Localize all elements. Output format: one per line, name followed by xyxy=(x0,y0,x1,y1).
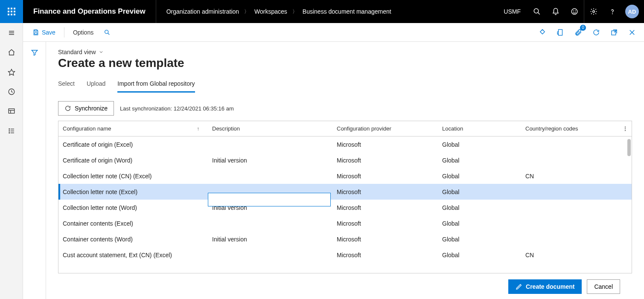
svg-rect-34 xyxy=(559,29,562,35)
cell: Certificate of origin (Word) xyxy=(58,157,208,164)
create-document-button[interactable]: Create document xyxy=(508,279,582,294)
view-selector[interactable]: Standard view xyxy=(58,49,632,55)
cell: Initial version xyxy=(208,236,332,243)
table-row[interactable]: Collection letter note (Word)Initial ver… xyxy=(58,200,632,215)
svg-point-11 xyxy=(571,9,577,15)
notifications-button[interactable] xyxy=(546,0,565,23)
action-bar: Save Options 0 xyxy=(23,23,644,42)
cell: Container contents (Excel) xyxy=(58,220,208,227)
svg-rect-7 xyxy=(11,14,12,15)
search-icon xyxy=(104,29,111,36)
help-icon xyxy=(609,8,616,15)
star-icon xyxy=(8,68,15,76)
search-icon xyxy=(533,8,541,15)
svg-line-37 xyxy=(557,34,558,34)
svg-rect-8 xyxy=(14,14,15,15)
tab-select[interactable]: Select xyxy=(58,78,75,93)
grid-options-button[interactable] xyxy=(619,126,632,132)
cell: Initial version xyxy=(208,204,332,211)
nav-modules[interactable] xyxy=(0,121,23,141)
cell: Global xyxy=(438,220,521,227)
nav-home[interactable] xyxy=(0,43,23,62)
cell: Global xyxy=(438,173,521,180)
table-row[interactable]: Collection letter note (CN) (Excel)Micro… xyxy=(58,168,632,184)
table-row[interactable]: Collection letter note (Excel)MicrosoftG… xyxy=(58,184,632,200)
attachments-button[interactable]: 0 xyxy=(572,26,584,38)
last-sync-text: Last synchronization: 12/24/2021 06:35:1… xyxy=(120,105,234,112)
search-button[interactable] xyxy=(527,0,546,23)
table-row[interactable]: Certificate of origin (Excel)MicrosoftGl… xyxy=(58,136,632,152)
app-launcher-button[interactable] xyxy=(0,0,23,23)
popout-button[interactable] xyxy=(608,26,620,38)
refresh-button[interactable] xyxy=(590,26,602,38)
svg-rect-30 xyxy=(35,30,37,31)
breadcrumb-item[interactable]: Organization administration xyxy=(166,8,239,15)
cell: CN xyxy=(521,173,606,180)
tab-upload[interactable]: Upload xyxy=(87,78,105,93)
sort-ascending-icon: ↑ xyxy=(197,126,204,132)
synchronize-button[interactable]: Synchronize xyxy=(58,101,114,116)
svg-point-32 xyxy=(105,30,108,33)
col-country-region-codes[interactable]: Country/region codes xyxy=(521,121,606,136)
company-label[interactable]: USMF xyxy=(497,8,527,15)
feedback-button[interactable] xyxy=(565,0,584,23)
chevron-right-icon: 〉 xyxy=(244,8,249,15)
action-search-button[interactable] xyxy=(100,26,114,39)
svg-rect-2 xyxy=(14,8,15,9)
col-configuration-name[interactable]: Configuration name ↑ xyxy=(58,121,208,136)
table-row[interactable]: Cust account statement, Ext (CN) (Excel)… xyxy=(58,247,632,263)
refresh-icon xyxy=(592,29,600,36)
cancel-button[interactable]: Cancel xyxy=(587,279,620,294)
funnel-icon xyxy=(31,49,38,56)
save-label: Save xyxy=(42,29,55,36)
close-button[interactable] xyxy=(626,26,638,38)
attachment-count-badge: 0 xyxy=(580,25,586,31)
options-label: Options xyxy=(73,29,93,36)
cell: Global xyxy=(438,204,521,211)
svg-point-41 xyxy=(625,126,626,127)
table-row[interactable]: Certificate of origin (Word)Initial vers… xyxy=(58,152,632,168)
save-button[interactable]: Save xyxy=(29,26,59,39)
filter-pane-toggle[interactable] xyxy=(23,42,46,299)
list-icon xyxy=(8,127,15,135)
cell: Cust account statement, Ext (CN) (Excel) xyxy=(58,252,208,258)
open-in-office-button[interactable] xyxy=(554,26,566,38)
svg-point-12 xyxy=(573,11,574,11)
options-button[interactable]: Options xyxy=(70,26,97,39)
pin-button[interactable] xyxy=(536,26,548,38)
cell: Microsoft xyxy=(332,189,438,195)
tab-import-global[interactable]: Import from Global repository xyxy=(117,78,195,93)
cell: Microsoft xyxy=(332,252,438,258)
svg-marker-19 xyxy=(8,69,15,75)
more-vertical-icon xyxy=(622,126,628,132)
nav-workspaces[interactable] xyxy=(0,102,23,121)
breadcrumb-item[interactable]: Workspaces xyxy=(254,8,287,15)
nav-favorites[interactable] xyxy=(0,62,23,82)
settings-button[interactable] xyxy=(584,0,603,23)
svg-rect-1 xyxy=(11,8,12,9)
svg-rect-0 xyxy=(8,8,9,9)
scrollbar-thumb[interactable] xyxy=(627,139,631,156)
cell: Microsoft xyxy=(332,220,438,227)
left-rail xyxy=(0,23,23,299)
col-location[interactable]: Location xyxy=(438,121,521,136)
workspace-icon xyxy=(8,107,15,115)
svg-rect-6 xyxy=(8,14,9,15)
avatar[interactable]: AD xyxy=(625,5,639,18)
breadcrumb-item[interactable]: Business document management xyxy=(303,8,391,15)
nav-recent[interactable] xyxy=(0,82,23,102)
col-configuration-provider[interactable]: Configuration provider xyxy=(332,121,438,136)
divider xyxy=(64,27,64,38)
help-button[interactable] xyxy=(603,0,622,23)
table-row[interactable]: Container contents (Excel)MicrosoftGloba… xyxy=(58,215,632,231)
nav-toggle-button[interactable] xyxy=(0,23,23,43)
col-description[interactable]: Description xyxy=(208,121,332,136)
page-title: Create a new template xyxy=(58,56,632,70)
grid-body[interactable]: Certificate of origin (Excel)MicrosoftGl… xyxy=(58,136,632,273)
view-label: Standard view xyxy=(58,49,96,55)
footer-actions: Create document Cancel xyxy=(58,273,632,294)
table-row[interactable]: Container contents (Word)Initial version… xyxy=(58,231,632,247)
save-icon xyxy=(32,29,39,36)
templates-grid: Configuration name ↑ Description Configu… xyxy=(58,121,632,273)
clock-icon xyxy=(8,88,15,96)
